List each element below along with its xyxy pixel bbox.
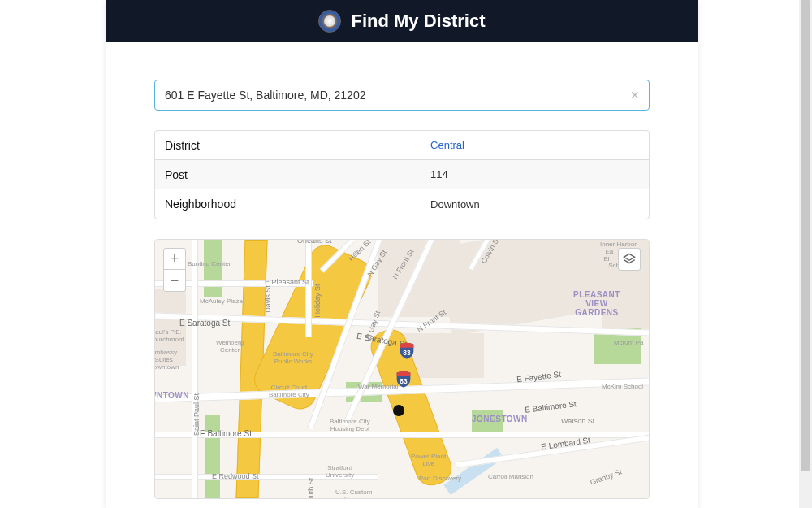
- road-label: Holiday St: [313, 284, 322, 317]
- location-marker-icon: [393, 405, 404, 416]
- poi-label: Power Plant Live: [411, 454, 446, 468]
- search-container: ✕: [154, 80, 650, 111]
- road-label: Saint Paul St: [192, 393, 201, 436]
- poi-label: Carroll Mansion: [488, 474, 533, 481]
- svg-text:83: 83: [403, 349, 411, 357]
- poi-label: McKim Pa: [614, 340, 643, 347]
- poi-label: U.S. Custom House: [335, 489, 372, 499]
- poi-label: War Memorial: [358, 384, 398, 391]
- zoom-in-button[interactable]: +: [164, 249, 185, 270]
- neighborhood-label: WNTOWN: [154, 391, 189, 400]
- road-label: Orleans St: [297, 239, 332, 245]
- map-canvas[interactable]: E Pleasant St E Saratoga St E Saratoga S…: [155, 240, 649, 498]
- results-table: District Central Post 114 Neighborhood D…: [154, 130, 650, 219]
- neighborhood-label: JONESTOWN: [472, 415, 528, 423]
- poi-label: Baltimore City Public Works: [273, 351, 313, 366]
- poi-label: Circuit Court Baltimore City: [269, 384, 309, 399]
- zoom-controls: + −: [163, 248, 186, 292]
- road-label: Davis St: [264, 285, 272, 313]
- neighborhood-label: PLEASANT VIEW GARDENS: [573, 290, 620, 317]
- road-label: Watson St: [561, 417, 594, 425]
- poi-label: Paul's P.E. Churchmont: [154, 329, 184, 344]
- scrollbar-thumb[interactable]: [801, 0, 810, 471]
- road-label: Granby St: [590, 467, 624, 486]
- interstate-shield-icon: 83: [395, 370, 412, 388]
- layers-icon: [623, 253, 636, 266]
- result-row-post: Post 114: [155, 160, 649, 189]
- poi-label: Port Discovery: [419, 475, 461, 483]
- page-title: Find My District: [351, 11, 485, 32]
- road-label: E Saratoga St: [179, 319, 230, 328]
- zoom-out-button[interactable]: −: [164, 270, 185, 291]
- clear-icon[interactable]: ✕: [630, 89, 640, 102]
- result-row-neighborhood: Neighborhood Downtown: [155, 189, 649, 219]
- poi-label: Stratford University: [326, 465, 354, 480]
- road-label: E Baltimore St: [200, 429, 252, 438]
- svg-text:83: 83: [400, 377, 408, 385]
- poi-label: Weinberg Center: [216, 340, 244, 354]
- poi-label: McKim School: [602, 384, 643, 391]
- row-label: Neighborhood: [165, 198, 430, 211]
- poi-label: Baltimore City Housing Dept: [330, 419, 370, 433]
- app-header: Find My District: [106, 0, 698, 42]
- row-value: Downtown: [430, 198, 639, 211]
- interstate-shield-icon: 83: [399, 341, 415, 359]
- poi-label: McAuley Plaza: [200, 298, 243, 306]
- row-label: District: [165, 139, 430, 152]
- row-label: Post: [165, 168, 430, 181]
- district-link[interactable]: Central: [430, 139, 639, 151]
- map-container[interactable]: E Pleasant St E Saratoga St E Saratoga S…: [154, 239, 650, 499]
- address-input[interactable]: [154, 80, 650, 111]
- poi-label: Bunting Center: [188, 261, 231, 268]
- scrollbar[interactable]: [799, 0, 812, 508]
- row-value: 114: [430, 168, 639, 180]
- city-seal-icon: [318, 10, 341, 33]
- result-row-district: District Central: [155, 131, 649, 160]
- road-label: E Baltimore St: [525, 399, 577, 415]
- road-label: E Redwood St: [212, 472, 259, 480]
- layers-button[interactable]: [618, 248, 641, 271]
- road-label: South St: [307, 478, 315, 499]
- poi-label: Embassy Suites Downtown: [154, 350, 179, 371]
